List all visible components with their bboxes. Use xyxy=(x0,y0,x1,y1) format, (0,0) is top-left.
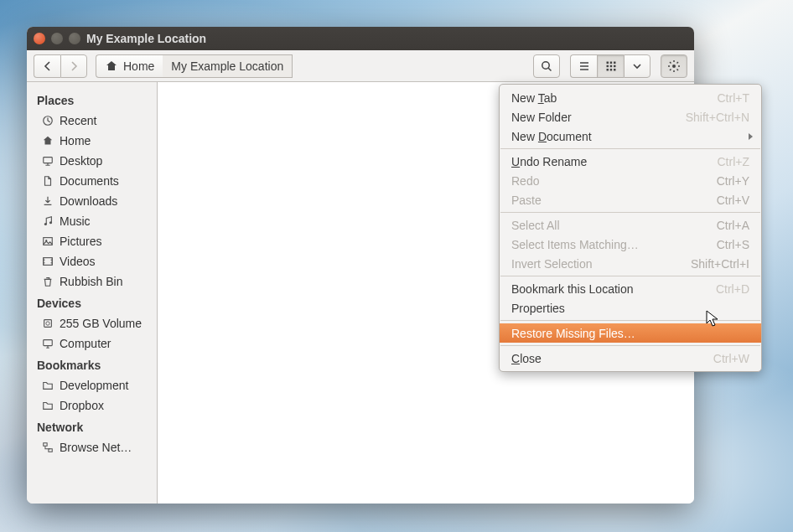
sidebar-item-dropbox[interactable]: Dropbox xyxy=(27,395,157,416)
gear-context-menu: New TabCtrl+TNew FolderShift+Ctrl+NNew D… xyxy=(499,84,762,372)
gear-menu-button[interactable] xyxy=(661,54,687,78)
window-maximize-button[interactable] xyxy=(69,33,80,44)
sidebar-item-development[interactable]: Development xyxy=(27,375,157,395)
menu-item-label: Invert Selection xyxy=(511,257,691,271)
sidebar-item-videos[interactable]: Videos xyxy=(27,251,157,271)
menu-item-invert-selection: Invert SelectionShift+Ctrl+I xyxy=(500,254,761,273)
svg-point-0 xyxy=(542,61,549,68)
sidebar-item-label: Home xyxy=(60,134,91,147)
menu-separator xyxy=(500,345,760,346)
videos-icon xyxy=(42,256,54,267)
svg-rect-5 xyxy=(609,65,612,67)
desktop-icon xyxy=(42,155,54,167)
network-icon xyxy=(42,442,54,453)
menu-item-label: Close xyxy=(511,352,713,365)
svg-rect-1 xyxy=(606,61,609,64)
pathbar: Home My Example Location xyxy=(96,54,293,78)
sidebar-item-label: Downloads xyxy=(60,194,117,208)
menu-item-new-document[interactable]: New Document xyxy=(500,127,761,146)
search-icon xyxy=(540,59,553,73)
menu-item-accelerator: Ctrl+T xyxy=(718,91,750,105)
sidebar-item-label: Computer xyxy=(60,337,111,350)
menu-item-restore-missing-files[interactable]: Restore Missing Files… xyxy=(500,323,761,343)
grid-icon xyxy=(604,59,618,73)
sidebar-heading: Network xyxy=(27,416,157,437)
forward-button[interactable] xyxy=(60,54,87,78)
view-dropdown-button[interactable] xyxy=(624,54,650,78)
nav-button-group xyxy=(34,54,87,78)
menu-item-accelerator: Ctrl+Z xyxy=(718,155,750,168)
menu-item-undo-rename[interactable]: Undo RenameCtrl+Z xyxy=(500,152,761,171)
sidebar-item-label: 255 GB Volume xyxy=(60,317,142,330)
home-icon xyxy=(105,59,118,73)
back-button[interactable] xyxy=(34,54,60,78)
document-icon xyxy=(42,175,54,187)
svg-rect-2 xyxy=(609,61,612,64)
download-icon xyxy=(42,195,54,207)
sidebar-item-label: Browse Net… xyxy=(60,441,132,454)
window-minimize-button[interactable] xyxy=(51,33,63,44)
menu-separator xyxy=(500,148,760,149)
sidebar-item-downloads[interactable]: Downloads xyxy=(27,191,157,211)
menu-item-bookmark-this-location[interactable]: Bookmark this LocationCtrl+D xyxy=(500,279,761,298)
search-button[interactable] xyxy=(533,54,560,78)
sidebar-heading: Places xyxy=(27,89,157,111)
menu-item-accelerator: Ctrl+D xyxy=(716,282,749,296)
sidebar-item-browse-net-[interactable]: Browse Net… xyxy=(27,437,157,457)
sidebar-item-pictures[interactable]: Pictures xyxy=(27,231,157,251)
sidebar-item-255-gb-volume[interactable]: 255 GB Volume xyxy=(27,313,157,333)
sidebar-item-label: Videos xyxy=(60,255,96,268)
sidebar-heading: Devices xyxy=(27,292,157,313)
window-titlebar[interactable]: My Example Location xyxy=(27,27,694,50)
menu-item-label: Select All xyxy=(511,219,717,232)
sidebar-item-label: Desktop xyxy=(60,154,102,168)
menu-item-label: Select Items Matching… xyxy=(511,238,717,251)
pathbar-home[interactable]: Home xyxy=(96,54,163,78)
menu-item-label: Properties xyxy=(511,302,749,315)
chevron-down-icon xyxy=(630,59,644,73)
menu-item-label: New Tab xyxy=(511,91,718,105)
menu-item-label: New Document xyxy=(511,130,749,143)
menu-item-close[interactable]: CloseCtrl+W xyxy=(500,349,761,368)
menu-item-accelerator: Ctrl+Y xyxy=(717,174,749,188)
menu-item-redo: RedoCtrl+Y xyxy=(500,171,761,190)
sidebar-item-music[interactable]: Music xyxy=(27,211,157,231)
sidebar-item-recent[interactable]: Recent xyxy=(27,111,157,131)
computer-icon xyxy=(42,338,54,349)
sidebar-item-desktop[interactable]: Desktop xyxy=(27,151,157,171)
menu-item-label: Redo xyxy=(511,174,717,188)
sidebar-heading: Bookmarks xyxy=(27,354,157,375)
menu-item-accelerator: Ctrl+V xyxy=(717,194,749,207)
menu-item-label: Restore Missing Files… xyxy=(511,327,749,340)
home-icon xyxy=(42,135,54,147)
menu-item-properties[interactable]: Properties xyxy=(500,298,761,318)
chevron-right-icon xyxy=(67,59,80,73)
sidebar-item-documents[interactable]: Documents xyxy=(27,171,157,191)
gear-icon xyxy=(667,59,681,73)
view-grid-button[interactable] xyxy=(597,54,624,78)
menu-item-label: New Folder xyxy=(511,111,686,124)
window-close-button[interactable] xyxy=(34,33,45,44)
menu-item-label: Undo Rename xyxy=(511,155,718,168)
pathbar-location[interactable]: My Example Location xyxy=(163,54,293,78)
toolbar: Home My Example Location xyxy=(27,50,694,82)
sidebar-item-home[interactable]: Home xyxy=(27,131,157,151)
menu-item-new-folder[interactable]: New FolderShift+Ctrl+N xyxy=(500,107,761,127)
menu-item-accelerator: Ctrl+W xyxy=(713,352,749,365)
menu-item-select-items-matching: Select Items Matching…Ctrl+S xyxy=(500,235,761,254)
svg-point-10 xyxy=(672,65,676,68)
menu-item-accelerator: Ctrl+S xyxy=(717,238,749,251)
disk-icon xyxy=(42,318,54,329)
sidebar-item-computer[interactable]: Computer xyxy=(27,333,157,354)
menu-item-label: Bookmark this Location xyxy=(511,282,716,296)
menu-item-new-tab[interactable]: New TabCtrl+T xyxy=(500,88,761,107)
pathbar-location-label: My Example Location xyxy=(171,59,283,73)
svg-rect-3 xyxy=(614,61,616,64)
view-list-button[interactable] xyxy=(570,54,597,78)
sidebar-item-label: Pictures xyxy=(60,235,102,248)
svg-rect-8 xyxy=(609,69,612,71)
pathbar-home-label: Home xyxy=(123,59,154,73)
menu-item-select-all: Select AllCtrl+A xyxy=(500,215,761,235)
sidebar-item-rubbish-bin[interactable]: Rubbish Bin xyxy=(27,271,157,292)
list-icon xyxy=(578,59,591,73)
